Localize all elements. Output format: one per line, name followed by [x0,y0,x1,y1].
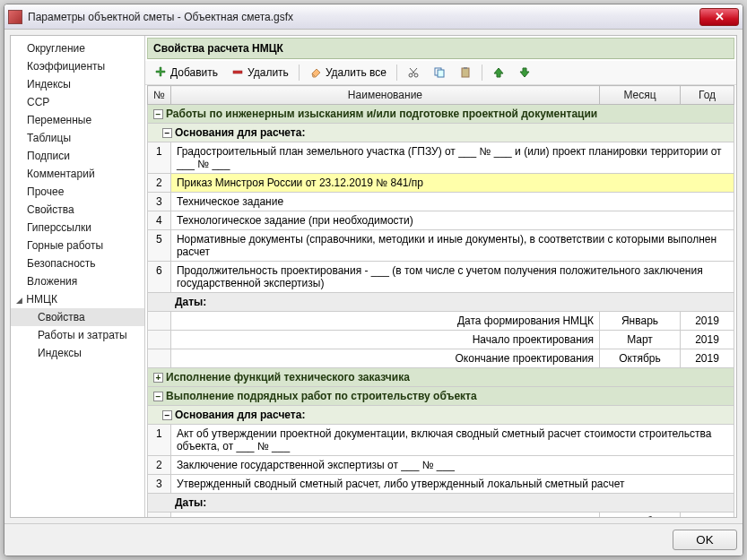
date-row[interactable]: Окончание проектированияОктябрь2019 [148,349,734,368]
arrow-down-icon [518,66,531,79]
svg-rect-5 [462,68,469,77]
subgroup-row[interactable]: −Основания для расчета: [148,124,734,142]
date-row[interactable]: Начало проектированияМарт2019 [148,331,734,349]
table-row[interactable]: 4Технологическое задание (при необходимо… [148,211,734,230]
sidebar-item-nmck[interactable]: ◢ НМЦК [11,290,144,308]
dialog-window: Параметры объектной сметы - Объектная см… [4,4,743,556]
close-button[interactable]: ✕ [699,8,739,26]
dates-header: Даты: [148,494,734,513]
plus-icon [154,66,167,79]
sidebar-item-nmck-works[interactable]: Работы и затраты [11,326,144,344]
move-up-button[interactable] [487,64,510,82]
dates-header: Даты: [148,293,734,312]
sidebar-item-nmck-props[interactable]: Свойства [11,308,144,326]
col-num[interactable]: № [148,86,171,105]
sidebar-item[interactable]: Вложения [11,272,144,290]
collapse-icon[interactable]: − [162,128,172,138]
footer: OK [4,523,743,556]
group-row[interactable]: +Исполнение функций технического заказчи… [148,368,734,387]
panel-title: Свойства расчета НМЦК [147,38,734,59]
scissors-icon [407,66,420,79]
table-row[interactable]: 5Нормативные документы (справочники, мет… [148,230,734,262]
content-area: Округление Коэффициенты Индексы ССР Пере… [10,35,737,518]
sidebar-item[interactable]: Свойства [11,201,144,219]
sidebar-item[interactable]: Комментарий [11,165,144,183]
grid-scroll[interactable]: № Наименование Месяц Год −Работы по инже… [145,85,736,517]
sidebar-item[interactable]: Прочее [11,183,144,201]
paste-button[interactable] [454,64,477,82]
data-grid[interactable]: № Наименование Месяц Год −Работы по инже… [147,85,734,517]
copy-icon [433,66,446,79]
sidebar-item[interactable]: Горные работы [11,237,144,254]
app-icon [8,10,22,24]
sidebar-item[interactable]: Таблицы [11,129,144,147]
eraser-icon [309,66,322,79]
sidebar-item-label: НМЦК [26,293,57,306]
toolbar: Добавить Удалить Удалить все [145,61,736,85]
sidebar[interactable]: Округление Коэффициенты Индексы ССР Пере… [11,36,145,517]
separator [299,65,300,81]
sidebar-item[interactable]: Подписи [11,147,144,165]
table-row[interactable]: 1Акт об утверждении проектной документац… [148,425,734,456]
paste-icon [459,66,472,79]
separator [396,65,397,81]
collapse-icon[interactable]: − [162,410,172,420]
titlebar: Параметры объектной сметы - Объектная см… [4,4,743,30]
table-row[interactable]: 3Утвержденный сводный сметный расчет, ли… [148,475,734,494]
window-title: Параметры объектной сметы - Объектная см… [28,11,699,23]
col-month[interactable]: Месяц [600,86,681,105]
sidebar-item[interactable]: Гиперссылки [11,219,144,237]
date-row[interactable]: Дата формирования НМЦКСентябрь2019 [148,513,734,518]
subgroup-row[interactable]: −Основания для расчета: [148,406,734,425]
svg-rect-4 [438,70,444,77]
arrow-up-icon [492,66,505,79]
cut-button[interactable] [402,64,425,82]
delete-button[interactable]: Удалить [226,64,294,82]
sidebar-item-nmck-indexes[interactable]: Индексы [11,344,144,362]
table-row-selected[interactable]: 2Приказ Минстроя России от 23.12.2019 № … [148,174,734,193]
move-down-button[interactable] [513,64,536,82]
table-row[interactable]: 6Продолжительность проектирования - ___ … [148,262,734,293]
collapse-icon[interactable]: − [153,392,163,401]
table-row[interactable]: 3Техническое задание [148,193,734,211]
col-year[interactable]: Год [681,86,734,105]
ok-button[interactable]: OK [673,530,737,550]
copy-button[interactable] [428,64,451,82]
expand-icon: ◢ [16,296,23,305]
add-button[interactable]: Добавить [149,64,223,82]
date-row[interactable]: Дата формирования НМЦКЯнварь2019 [148,312,734,331]
group-row[interactable]: −Выполнение подрядных работ по строитель… [148,387,734,406]
collapse-icon[interactable]: − [153,109,163,119]
separator [482,65,482,81]
sidebar-item[interactable]: ССР [11,93,144,111]
main-panel: Свойства расчета НМЦК Добавить Удалить [145,36,736,517]
sidebar-item[interactable]: Безопасность [11,254,144,272]
svg-rect-6 [464,67,467,69]
sidebar-item[interactable]: Округление [11,39,144,57]
sidebar-item[interactable]: Индексы [11,75,144,93]
delete-all-button[interactable]: Удалить все [304,64,392,82]
table-row[interactable]: 2Заключение государственной экспертизы о… [148,456,734,475]
expand-icon[interactable]: + [153,373,163,383]
table-row[interactable]: 1Градостроительный план земельного участ… [148,142,734,174]
sidebar-item[interactable]: Переменные [11,111,144,129]
svg-rect-0 [233,71,242,73]
sidebar-item[interactable]: Коэффициенты [11,57,144,75]
minus-icon [231,66,244,79]
col-name[interactable]: Наименование [170,86,599,105]
group-row[interactable]: −Работы по инженерным изысканиям и/или п… [148,105,734,124]
